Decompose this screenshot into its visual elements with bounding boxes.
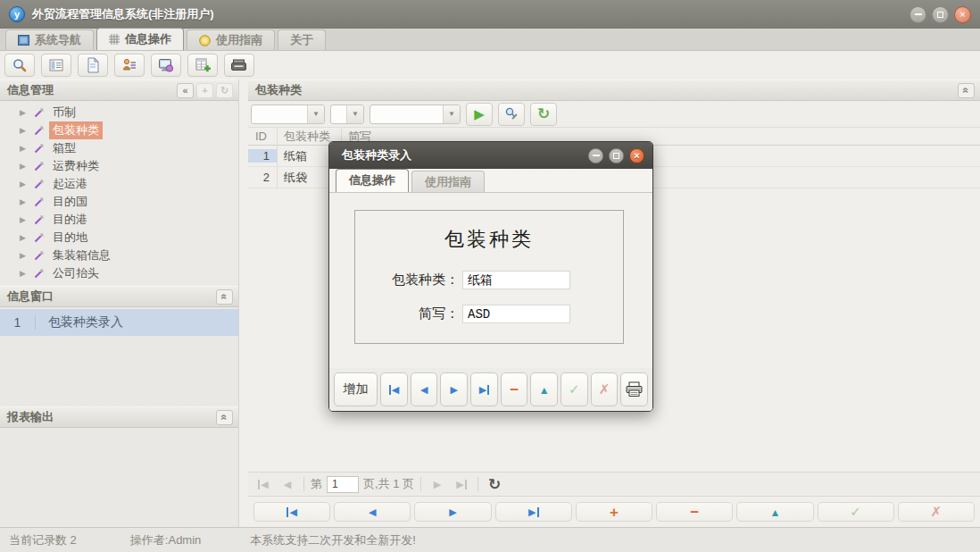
expand-arrow-icon[interactable]: ▶ [20,215,29,224]
confirm-button[interactable] [818,502,894,522]
add-icon[interactable]: + [196,83,213,98]
close-icon[interactable]: × [954,6,971,23]
delete-record-button[interactable] [656,502,733,522]
tree-item-departure-port[interactable]: ▶ 起运港 [0,175,238,193]
tree-item-destination-country[interactable]: ▶ 目的国 [0,193,238,211]
wand-icon [33,214,45,226]
packing-type-input[interactable] [462,271,570,289]
last-page-icon[interactable] [452,474,471,494]
collapse-up-icon[interactable]: « [216,289,233,305]
add-button[interactable]: 增加 [334,372,378,406]
chevron-down-icon[interactable]: ▼ [307,105,324,123]
packing-type-label: 包装种类： [355,272,459,289]
abbreviation-input[interactable] [462,305,570,323]
status-bar: 当前记录数 2 操作者:Admin 本系统支持二次开发和全新开发! [0,527,980,552]
tab-about[interactable]: 关于 [278,29,326,50]
collapse-up-icon[interactable]: « [958,83,975,98]
expand-arrow-icon[interactable]: ▶ [20,126,29,135]
confirm-button[interactable] [561,372,588,406]
info-window-item[interactable]: 1 包装种类录入 [0,309,238,336]
table-add-button[interactable] [187,54,218,77]
cancel-button[interactable] [898,502,975,522]
list-view-button[interactable] [41,54,71,77]
info-tree: ▶ 币制 ▶ 包装种类 ▶ 箱型 ▶ 运费种类 ▶ 起运港 ▶ 目的国 [0,101,238,286]
main-tabbar: 系统导航 信息操作 使用指南 关于 [0,29,980,51]
monitor-view-button[interactable] [151,54,181,77]
tree-item-packing-type[interactable]: ▶ 包装种类 [0,121,238,139]
expand-arrow-icon[interactable]: ▶ [20,197,29,206]
table-add-icon [195,57,211,73]
add-record-button[interactable] [576,502,652,522]
search-button[interactable] [4,54,35,77]
advanced-search-button[interactable] [498,103,525,126]
form-title: 包装种类 [355,226,623,253]
refresh-button[interactable]: ↻ [530,103,557,126]
collapse-left-icon[interactable]: « [177,83,194,98]
chevron-down-icon[interactable]: ▼ [443,105,460,123]
dialog-maximize-icon[interactable] [609,148,624,163]
prev-page-icon[interactable] [278,474,297,494]
expand-arrow-icon[interactable]: ▶ [20,144,29,153]
document-icon [85,57,101,73]
prev-record-button[interactable] [411,372,438,406]
last-record-button[interactable] [470,372,498,406]
edit-record-button[interactable] [530,372,558,406]
next-record-button[interactable] [414,502,491,522]
last-record-button[interactable] [495,502,572,522]
tree-item-freight-type[interactable]: ▶ 运费种类 [0,157,238,175]
monitor-icon [158,57,174,73]
refresh-icon[interactable]: ↻ [216,83,233,98]
reload-grid-icon[interactable]: ↻ [485,474,504,494]
panel-report-output-header: 报表输出 « [0,406,238,428]
cancel-button[interactable] [591,372,619,406]
next-record-button[interactable] [440,372,468,406]
maximize-icon[interactable] [932,6,949,23]
refresh-icon: ↻ [537,106,550,121]
expand-arrow-icon[interactable]: ▶ [20,108,29,117]
expand-arrow-icon[interactable]: ▶ [20,251,29,260]
expand-arrow-icon[interactable]: ▶ [20,180,29,188]
delete-record-button[interactable] [501,372,528,406]
tab-user-guide[interactable]: 使用指南 [187,29,275,50]
filter-value-select[interactable]: ▼ [370,105,461,124]
operator-status: 操作者:Admin [130,532,201,548]
filter-toolbar: ▼ ▼ ▼ ▶ ↻ [248,101,980,128]
new-document-button[interactable] [78,54,108,77]
tree-item-currency[interactable]: ▶ 币制 [0,104,238,121]
dialog-tab-info-operation[interactable]: 信息操作 [336,169,409,192]
tree-item-container-info[interactable]: ▶ 集装箱信息 [0,247,238,264]
filter-field-select[interactable]: ▼ [251,105,325,124]
minimize-icon[interactable] [909,6,926,23]
dialog-close-icon[interactable]: × [629,148,644,163]
wand-icon [33,107,45,119]
wand-icon [33,179,45,190]
expand-arrow-icon[interactable]: ▶ [20,233,29,242]
user-manage-button[interactable] [114,54,145,77]
tab-info-operation[interactable]: 信息操作 [96,28,184,50]
archive-button[interactable] [224,54,254,77]
prev-record-button[interactable] [334,502,411,522]
execute-filter-button[interactable]: ▶ [466,103,493,126]
tree-item-company-header[interactable]: ▶ 公司抬头 [0,264,238,282]
tree-item-destination-port[interactable]: ▶ 目的港 [0,211,238,229]
first-page-icon[interactable] [253,474,273,494]
dialog-minimize-icon[interactable] [588,148,603,163]
tab-system-nav[interactable]: 系统导航 [5,29,94,50]
expand-arrow-icon[interactable]: ▶ [20,162,29,171]
filter-operator-select[interactable]: ▼ [330,105,364,124]
first-record-button[interactable] [380,372,408,406]
list-view-icon [48,57,64,73]
chevron-down-icon[interactable]: ▼ [346,105,363,123]
tree-item-box-type[interactable]: ▶ 箱型 [0,139,238,157]
dialog-tab-user-guide[interactable]: 使用指南 [411,171,485,192]
expand-arrow-icon[interactable]: ▶ [20,269,29,278]
first-record-button[interactable] [253,502,330,522]
tree-item-destination[interactable]: ▶ 目的地 [0,229,238,247]
print-button[interactable] [620,372,648,406]
collapse-up-icon[interactable]: « [216,410,233,425]
next-page-icon[interactable] [428,474,447,494]
dialog-body: 包装种类 包装种类： 简写： [329,193,652,369]
edit-record-button[interactable] [736,502,813,522]
panel-info-window-header: 信息窗口 « [0,286,238,307]
page-number-input[interactable] [327,476,359,493]
